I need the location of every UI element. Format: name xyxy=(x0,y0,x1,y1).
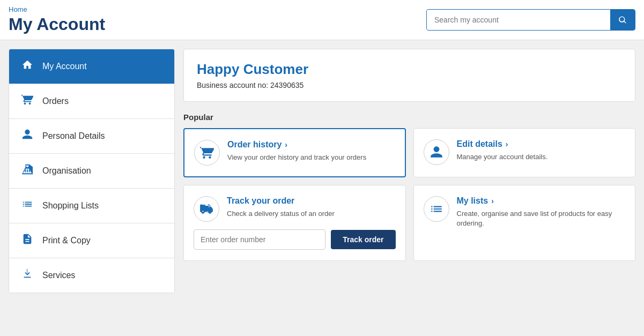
track-order-icon xyxy=(194,196,219,222)
order-history-card[interactable]: Order history › View your order history … xyxy=(183,128,406,177)
cart-icon xyxy=(20,94,35,109)
sidebar-label-organisation: Organisation xyxy=(42,166,91,176)
track-title: Track your order xyxy=(227,196,396,206)
chevron-right-icon-2: › xyxy=(506,140,508,148)
account-name: Happy Customer xyxy=(197,61,622,78)
edit-details-icon xyxy=(424,139,449,165)
search-button[interactable] xyxy=(610,10,635,30)
track-order-button[interactable]: Track order xyxy=(331,230,395,249)
sidebar-item-orders[interactable]: Orders xyxy=(9,84,174,119)
order-history-card-top: Order history › View your order history … xyxy=(194,140,395,166)
sidebar-item-organisation[interactable]: Organisation xyxy=(9,154,174,189)
sidebar-label-orders: Orders xyxy=(42,96,69,106)
my-lists-card[interactable]: My lists › Create, organise and save lis… xyxy=(413,185,636,261)
track-order-card: Track your order Check a delivery status… xyxy=(183,185,406,261)
chevron-right-icon: › xyxy=(285,140,287,149)
sidebar-label-shopping-lists: Shopping Lists xyxy=(42,201,99,211)
popular-label: Popular xyxy=(183,110,635,122)
track-card-body: Track your order Check a delivery status… xyxy=(227,196,396,219)
main-layout: My Account Orders Personal Details Organ… xyxy=(0,40,644,302)
sidebar-label-print-copy: Print & Copy xyxy=(42,236,91,245)
my-lists-icon xyxy=(424,196,449,222)
sidebar-item-my-account[interactable]: My Account xyxy=(9,49,174,84)
order-history-title: Order history › xyxy=(227,140,395,150)
breadcrumb[interactable]: Home xyxy=(9,5,105,13)
chevron-right-icon-3: › xyxy=(491,197,494,205)
document-icon xyxy=(20,233,35,248)
download-icon xyxy=(20,268,35,283)
top-bar-left: Home My Account xyxy=(9,5,105,34)
sidebar-item-services[interactable]: Services xyxy=(9,258,174,293)
edit-details-body: Edit details › Manage your account detai… xyxy=(457,139,626,162)
main-content: Happy Customer Business account no: 2439… xyxy=(183,49,635,293)
track-input-row: Track order xyxy=(194,229,396,250)
list-icon xyxy=(20,198,35,213)
my-lists-card-top: My lists › Create, organise and save lis… xyxy=(424,196,626,228)
edit-details-desc: Manage your account details. xyxy=(457,152,626,162)
sidebar-label-personal-details: Personal Details xyxy=(42,131,105,141)
sidebar-label-services: Services xyxy=(42,271,75,280)
edit-details-card-top: Edit details › Manage your account detai… xyxy=(424,139,626,165)
biz-label: Business account no: xyxy=(197,81,268,89)
order-number-input[interactable] xyxy=(194,229,325,250)
sidebar: My Account Orders Personal Details Organ… xyxy=(9,49,175,293)
top-bar: Home My Account xyxy=(0,0,644,40)
edit-details-title: Edit details › xyxy=(457,139,626,149)
sidebar-label-my-account: My Account xyxy=(42,62,87,71)
home-icon xyxy=(20,59,35,74)
my-lists-desc: Create, organise and save list of produc… xyxy=(457,209,626,228)
my-lists-body: My lists › Create, organise and save lis… xyxy=(457,196,626,228)
search-icon xyxy=(618,15,627,25)
search-input[interactable] xyxy=(427,10,610,29)
edit-details-card[interactable]: Edit details › Manage your account detai… xyxy=(413,128,636,177)
my-lists-title: My lists › xyxy=(457,196,626,206)
track-card-top: Track your order Check a delivery status… xyxy=(194,196,396,222)
track-desc: Check a delivery status of an order xyxy=(227,209,396,219)
cards-grid: Order history › View your order history … xyxy=(183,128,635,261)
account-card: Happy Customer Business account no: 2439… xyxy=(183,49,635,102)
popular-section: Popular Order history › View your xyxy=(183,110,635,261)
order-history-icon xyxy=(194,140,220,166)
order-history-desc: View your order history and track your o… xyxy=(227,153,395,162)
page-title: My Account xyxy=(9,14,105,34)
order-history-body: Order history › View your order history … xyxy=(227,140,395,162)
search-container xyxy=(426,9,635,31)
sidebar-item-personal-details[interactable]: Personal Details xyxy=(9,119,174,154)
building-icon xyxy=(20,163,35,178)
account-biz: Business account no: 24390635 xyxy=(197,81,622,89)
biz-number: 24390635 xyxy=(270,81,304,89)
sidebar-item-print-copy[interactable]: Print & Copy xyxy=(9,223,174,258)
person-icon xyxy=(20,129,35,144)
sidebar-item-shopping-lists[interactable]: Shopping Lists xyxy=(9,189,174,223)
